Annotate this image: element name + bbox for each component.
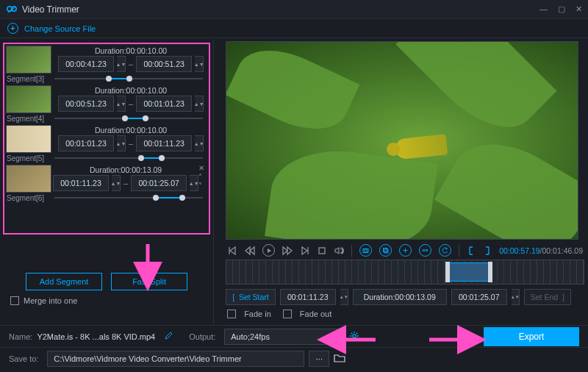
play-icon[interactable] — [262, 244, 275, 257]
svg-rect-5 — [384, 248, 387, 252]
output-label: Output: — [189, 332, 215, 341]
add-icon[interactable]: + — [7, 23, 18, 34]
segment-start-time[interactable]: 00:01:01.23 — [58, 135, 114, 151]
segment-end-spinner[interactable]: ▲▼ — [195, 135, 204, 151]
segment-range-slider[interactable] — [54, 193, 203, 203]
set-end-time[interactable]: 00:01:25.07 — [451, 289, 507, 305]
time-display: 00:00:57.19/00:01:46.09 — [499, 246, 583, 255]
segment-label: Segment[4] — [4, 115, 54, 123]
reset-icon[interactable] — [439, 244, 451, 257]
set-end-spinner[interactable]: ▲▼ — [512, 289, 520, 305]
segment-start-time[interactable]: 00:00:51.23 — [58, 96, 114, 112]
browse-path-button[interactable]: ··· — [309, 351, 329, 367]
segment-end-time[interactable]: 00:01:01.23 — [136, 96, 192, 112]
segment-end-spinner[interactable]: ▲▼ — [195, 96, 204, 112]
segment-end-spinner[interactable]: ▲▼ — [195, 56, 204, 72]
output-format[interactable]: Auto;24fps — [224, 329, 342, 345]
segment-thumbnail[interactable] — [6, 125, 51, 153]
export-button[interactable]: Export — [484, 327, 579, 346]
svg-point-3 — [365, 249, 368, 252]
output-settings-icon[interactable] — [349, 331, 359, 343]
set-start-spinner[interactable]: ▲▼ — [340, 289, 348, 305]
segment-start-time[interactable]: 00:01:11.23 — [53, 175, 109, 191]
snapshot-icon[interactable] — [359, 244, 372, 257]
segment-start-spinner[interactable]: ▲▼ — [112, 175, 121, 191]
merge-into-one-checkbox[interactable] — [10, 296, 19, 305]
open-folder-icon[interactable] — [334, 353, 345, 365]
set-end-button[interactable]: Set End ] — [524, 289, 571, 305]
add-segment-button[interactable]: Add Segment — [26, 273, 102, 290]
segment-end-time[interactable]: 00:01:11.23 — [136, 135, 192, 151]
close-button[interactable]: ✕ — [576, 4, 582, 14]
svg-rect-6 — [384, 249, 388, 253]
skip-start-icon[interactable] — [227, 246, 237, 256]
segment-duration: Duration:00:00:10.00 — [53, 46, 209, 55]
video-preview[interactable] — [226, 41, 578, 240]
change-source-file[interactable]: Change Source File — [24, 24, 96, 33]
segment-remove-icon[interactable]: ✕ — [198, 165, 207, 172]
segment-label: Segment[6] — [4, 194, 54, 202]
segment-end-time[interactable]: 00:00:51.23 — [136, 56, 192, 72]
svg-rect-7 — [423, 250, 425, 251]
segment-start-spinner[interactable]: ▲▼ — [117, 56, 126, 72]
segment-end-spinner[interactable]: ▲▼ — [190, 175, 198, 191]
segment-thumbnail[interactable] — [6, 165, 51, 193]
step-back-icon[interactable] — [245, 246, 255, 256]
volume-icon[interactable] — [334, 246, 344, 256]
mark-out-icon[interactable] — [483, 246, 492, 256]
maximize-button[interactable]: ▢ — [558, 4, 565, 14]
segment-range-slider[interactable] — [54, 74, 203, 84]
fade-in-checkbox[interactable] — [227, 310, 236, 318]
segment-duration: Duration:00:00:13.09 — [53, 165, 198, 174]
step-forward-icon[interactable] — [282, 246, 293, 256]
copy-icon[interactable] — [379, 244, 392, 257]
timeline[interactable] — [226, 260, 584, 285]
segment-label: Segment[3] — [4, 75, 54, 83]
stop-icon[interactable] — [318, 246, 326, 255]
add-marker-icon[interactable]: + — [399, 244, 412, 257]
segment-start-spinner[interactable]: ▲▼ — [117, 96, 126, 112]
segment-label: Segment[5] — [4, 154, 54, 162]
merge-into-one-label: Merge into one — [24, 296, 77, 305]
name-label: Name: — [9, 332, 32, 341]
segment-thumbnail[interactable] — [6, 46, 51, 74]
segment-range-slider[interactable] — [54, 113, 203, 124]
segment-move-up-icon[interactable]: ˄ — [198, 174, 207, 181]
link-icon[interactable] — [419, 244, 431, 257]
skip-end-icon[interactable] — [300, 246, 310, 256]
fade-out-label: Fade out — [300, 310, 331, 318]
fade-in-label: Fade in — [244, 310, 271, 318]
fade-out-checkbox[interactable] — [283, 310, 292, 318]
segment-start-time[interactable]: 00:00:41.23 — [58, 56, 114, 72]
segments-panel: Duration:00:00:10.00 00:00:41.23 ▲▼ – 00… — [3, 43, 210, 235]
fast-split-button[interactable]: Fast Split — [111, 273, 187, 290]
rename-icon[interactable] — [164, 332, 173, 342]
set-start-time[interactable]: 00:01:11.23 — [280, 289, 336, 305]
segment-start-spinner[interactable]: ▲▼ — [117, 135, 126, 151]
segment-duration: Duration:00:00:10.00 — [53, 85, 209, 95]
minimize-button[interactable]: — — [539, 4, 548, 14]
segment-end-time[interactable]: 00:01:25.07 — [131, 175, 187, 191]
set-duration: Duration:00:00:13.09 — [353, 289, 447, 305]
app-logo-icon — [6, 4, 18, 15]
svg-rect-2 — [319, 248, 325, 254]
app-title: Video Trimmer — [22, 4, 539, 15]
segment-range-slider[interactable] — [54, 153, 203, 163]
svg-rect-8 — [426, 250, 428, 251]
file-name: Y2Mate.is - 8K ...als 8K VID.mp4 — [37, 332, 155, 341]
set-start-button[interactable]: [ Set Start — [226, 289, 276, 305]
segment-thumbnail[interactable] — [6, 85, 51, 113]
save-to-label: Save to: — [9, 354, 38, 363]
mark-in-icon[interactable] — [467, 246, 476, 256]
segment-move-down-icon[interactable]: ˅ — [198, 182, 207, 190]
save-path[interactable]: C:\Vidmore\Vidmore Video Converter\Video… — [47, 351, 304, 367]
timeline-selection[interactable] — [447, 262, 491, 282]
segment-duration: Duration:00:00:10.00 — [53, 125, 209, 135]
svg-point-9 — [353, 334, 356, 337]
